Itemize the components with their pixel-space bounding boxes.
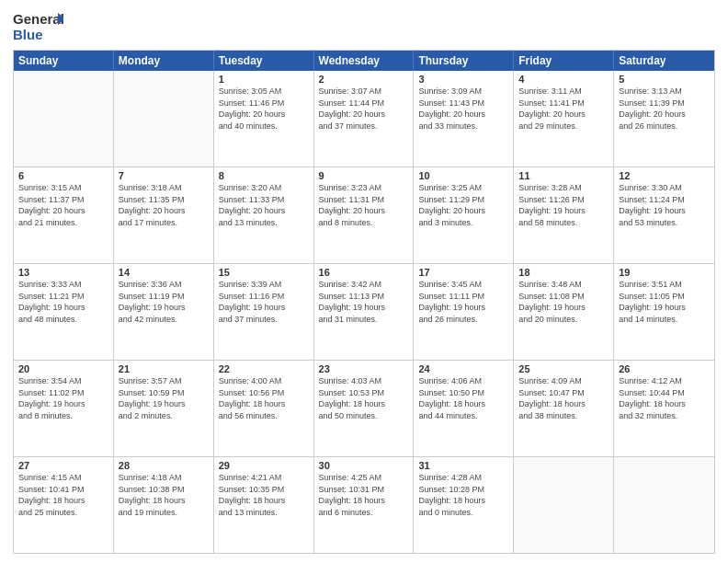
calendar-week-3: 13Sunrise: 3:33 AMSunset: 11:21 PMDaylig… <box>14 264 714 361</box>
day-info: Sunrise: 4:25 AMSunset: 10:31 PMDaylight… <box>319 472 409 518</box>
day-number: 12 <box>619 170 710 181</box>
day-number: 10 <box>418 170 508 181</box>
day-info: Sunrise: 3:57 AMSunset: 10:59 PMDaylight… <box>119 375 209 421</box>
day-info: Sunrise: 4:06 AMSunset: 10:50 PMDaylight… <box>418 375 508 421</box>
svg-text:Blue: Blue <box>13 27 43 42</box>
weekday-header-monday: Monday <box>114 51 214 71</box>
day-number: 14 <box>119 267 209 278</box>
calendar-week-5: 27Sunrise: 4:15 AMSunset: 10:41 PMDaylig… <box>14 457 714 553</box>
day-info: Sunrise: 3:51 AMSunset: 11:05 PMDaylight… <box>619 279 710 325</box>
day-number: 9 <box>319 170 409 181</box>
header: General Blue <box>13 9 715 44</box>
calendar-day-2: 2Sunrise: 3:07 AMSunset: 11:44 PMDayligh… <box>314 71 415 167</box>
day-info: Sunrise: 3:20 AMSunset: 11:33 PMDaylight… <box>219 182 309 228</box>
day-number: 4 <box>518 74 609 85</box>
day-info: Sunrise: 3:30 AMSunset: 11:24 PMDaylight… <box>619 182 710 228</box>
day-info: Sunrise: 3:33 AMSunset: 11:21 PMDaylight… <box>18 279 108 325</box>
day-number: 22 <box>219 363 309 374</box>
day-info: Sunrise: 3:18 AMSunset: 11:35 PMDaylight… <box>119 182 209 228</box>
calendar-day-15: 15Sunrise: 3:39 AMSunset: 11:16 PMDaylig… <box>214 264 314 360</box>
day-number: 25 <box>518 363 609 374</box>
day-number: 17 <box>418 267 508 278</box>
day-number: 31 <box>418 460 508 471</box>
calendar-week-2: 6Sunrise: 3:15 AMSunset: 11:37 PMDayligh… <box>14 167 714 264</box>
day-number: 8 <box>219 170 309 181</box>
day-info: Sunrise: 3:09 AMSunset: 11:43 PMDaylight… <box>418 86 508 132</box>
calendar-day-4: 4Sunrise: 3:11 AMSunset: 11:41 PMDayligh… <box>514 71 614 167</box>
calendar-day-14: 14Sunrise: 3:36 AMSunset: 11:19 PMDaylig… <box>114 264 214 360</box>
calendar-day-22: 22Sunrise: 4:00 AMSunset: 10:56 PMDaylig… <box>214 361 314 456</box>
day-info: Sunrise: 4:09 AMSunset: 10:47 PMDaylight… <box>518 375 609 421</box>
calendar-day-26: 26Sunrise: 4:12 AMSunset: 10:44 PMDaylig… <box>614 361 714 456</box>
day-info: Sunrise: 4:18 AMSunset: 10:38 PMDaylight… <box>119 472 209 518</box>
calendar-empty-cell <box>14 71 114 167</box>
logo: General Blue <box>13 9 63 44</box>
day-info: Sunrise: 3:05 AMSunset: 11:46 PMDaylight… <box>219 86 309 132</box>
day-info: Sunrise: 4:00 AMSunset: 10:56 PMDaylight… <box>219 375 309 421</box>
calendar-day-13: 13Sunrise: 3:33 AMSunset: 11:21 PMDaylig… <box>14 264 114 360</box>
day-number: 5 <box>619 74 710 85</box>
day-info: Sunrise: 3:25 AMSunset: 11:29 PMDaylight… <box>418 182 508 228</box>
day-number: 3 <box>418 74 508 85</box>
day-number: 7 <box>119 170 209 181</box>
calendar-day-29: 29Sunrise: 4:21 AMSunset: 10:35 PMDaylig… <box>214 457 314 553</box>
calendar-week-4: 20Sunrise: 3:54 AMSunset: 11:02 PMDaylig… <box>14 361 714 457</box>
day-number: 19 <box>619 267 710 278</box>
weekday-header-friday: Friday <box>514 51 614 71</box>
day-number: 28 <box>119 460 209 471</box>
calendar-day-27: 27Sunrise: 4:15 AMSunset: 10:41 PMDaylig… <box>14 457 114 553</box>
day-info: Sunrise: 4:21 AMSunset: 10:35 PMDaylight… <box>219 472 309 518</box>
day-info: Sunrise: 4:28 AMSunset: 10:28 PMDaylight… <box>418 472 508 518</box>
day-info: Sunrise: 4:03 AMSunset: 10:53 PMDaylight… <box>319 375 409 421</box>
calendar-day-17: 17Sunrise: 3:45 AMSunset: 11:11 PMDaylig… <box>414 264 514 360</box>
calendar-day-24: 24Sunrise: 4:06 AMSunset: 10:50 PMDaylig… <box>414 361 514 456</box>
logo-svg: General Blue <box>13 9 63 44</box>
calendar-day-6: 6Sunrise: 3:15 AMSunset: 11:37 PMDayligh… <box>14 167 114 263</box>
day-number: 24 <box>418 363 508 374</box>
day-number: 27 <box>18 460 108 471</box>
svg-text:General: General <box>13 11 63 27</box>
day-info: Sunrise: 3:48 AMSunset: 11:08 PMDaylight… <box>518 279 609 325</box>
calendar-body: 1Sunrise: 3:05 AMSunset: 11:46 PMDayligh… <box>14 71 714 553</box>
calendar-day-5: 5Sunrise: 3:13 AMSunset: 11:39 PMDayligh… <box>614 71 714 167</box>
calendar-day-3: 3Sunrise: 3:09 AMSunset: 11:43 PMDayligh… <box>414 71 514 167</box>
day-number: 6 <box>18 170 108 181</box>
day-info: Sunrise: 3:07 AMSunset: 11:44 PMDaylight… <box>319 86 409 132</box>
calendar-day-23: 23Sunrise: 4:03 AMSunset: 10:53 PMDaylig… <box>314 361 415 456</box>
day-info: Sunrise: 3:11 AMSunset: 11:41 PMDaylight… <box>518 86 609 132</box>
day-info: Sunrise: 3:28 AMSunset: 11:26 PMDaylight… <box>518 182 609 228</box>
day-info: Sunrise: 3:13 AMSunset: 11:39 PMDaylight… <box>619 86 710 132</box>
day-info: Sunrise: 4:12 AMSunset: 10:44 PMDaylight… <box>619 375 710 421</box>
day-info: Sunrise: 3:42 AMSunset: 11:13 PMDaylight… <box>319 279 409 325</box>
day-number: 21 <box>119 363 209 374</box>
calendar-day-7: 7Sunrise: 3:18 AMSunset: 11:35 PMDayligh… <box>114 167 214 263</box>
weekday-header-sunday: Sunday <box>14 51 114 71</box>
calendar-day-10: 10Sunrise: 3:25 AMSunset: 11:29 PMDaylig… <box>414 167 514 263</box>
calendar-day-28: 28Sunrise: 4:18 AMSunset: 10:38 PMDaylig… <box>114 457 214 553</box>
calendar-day-19: 19Sunrise: 3:51 AMSunset: 11:05 PMDaylig… <box>614 264 714 360</box>
day-number: 11 <box>518 170 609 181</box>
day-number: 29 <box>219 460 309 471</box>
calendar-header-row: SundayMondayTuesdayWednesdayThursdayFrid… <box>14 51 714 71</box>
calendar-day-30: 30Sunrise: 4:25 AMSunset: 10:31 PMDaylig… <box>314 457 415 553</box>
calendar-day-18: 18Sunrise: 3:48 AMSunset: 11:08 PMDaylig… <box>514 264 614 360</box>
day-number: 2 <box>319 74 409 85</box>
calendar-day-12: 12Sunrise: 3:30 AMSunset: 11:24 PMDaylig… <box>614 167 714 263</box>
calendar-empty-cell <box>514 457 614 553</box>
day-number: 1 <box>219 74 309 85</box>
weekday-header-wednesday: Wednesday <box>314 51 415 71</box>
day-info: Sunrise: 3:45 AMSunset: 11:11 PMDaylight… <box>418 279 508 325</box>
calendar-day-9: 9Sunrise: 3:23 AMSunset: 11:31 PMDayligh… <box>314 167 415 263</box>
calendar: SundayMondayTuesdayWednesdayThursdayFrid… <box>13 50 715 554</box>
calendar-empty-cell <box>614 457 714 553</box>
day-info: Sunrise: 3:54 AMSunset: 11:02 PMDaylight… <box>18 375 108 421</box>
calendar-day-21: 21Sunrise: 3:57 AMSunset: 10:59 PMDaylig… <box>114 361 214 456</box>
day-info: Sunrise: 3:15 AMSunset: 11:37 PMDaylight… <box>18 182 108 228</box>
day-info: Sunrise: 3:23 AMSunset: 11:31 PMDaylight… <box>319 182 409 228</box>
calendar-day-8: 8Sunrise: 3:20 AMSunset: 11:33 PMDayligh… <box>214 167 314 263</box>
day-number: 18 <box>518 267 609 278</box>
day-info: Sunrise: 4:15 AMSunset: 10:41 PMDaylight… <box>18 472 108 518</box>
day-number: 23 <box>319 363 409 374</box>
day-number: 20 <box>18 363 108 374</box>
day-number: 26 <box>619 363 710 374</box>
